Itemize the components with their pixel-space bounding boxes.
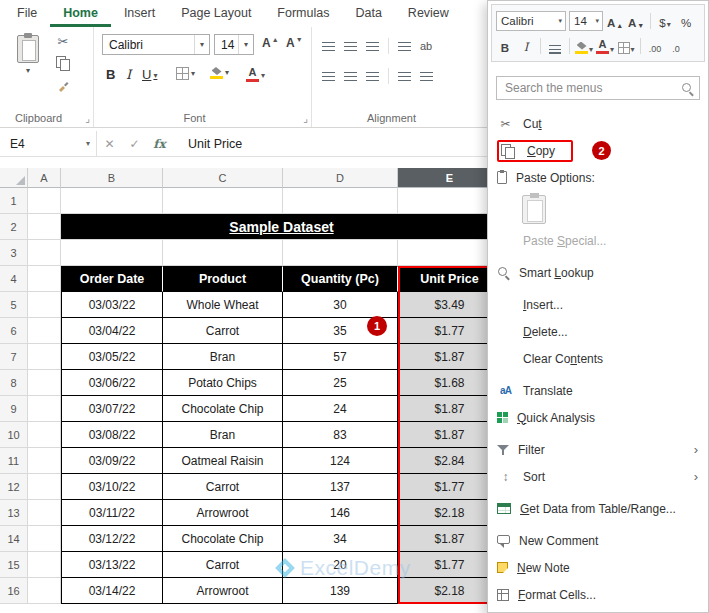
row-header-6[interactable]: 6 <box>0 318 28 344</box>
menu-item-new-note[interactable]: New Note <box>488 554 708 581</box>
search-input[interactable] <box>496 76 700 100</box>
cell-B16[interactable]: 03/14/22 <box>61 578 163 604</box>
formula-bar-value[interactable]: Unit Price <box>188 137 242 151</box>
cell-D11[interactable]: 124 <box>283 448 398 474</box>
row-header-11[interactable]: 11 <box>0 448 28 474</box>
mini-grow-font-button[interactable]: A▲ <box>606 11 624 31</box>
cell-B15[interactable]: 03/13/22 <box>61 552 163 578</box>
cell-C12[interactable]: Carrot <box>163 474 283 500</box>
cell-D12[interactable]: 137 <box>283 474 398 500</box>
cell-B10[interactable]: 03/08/22 <box>61 422 163 448</box>
menu-item-copy[interactable]: Copy2 <box>488 137 708 164</box>
format-painter-icon[interactable] <box>57 78 70 96</box>
copy-icon[interactable] <box>56 56 70 70</box>
column-header-A[interactable]: A <box>28 168 61 188</box>
menu-item-format-cells[interactable]: Format Cells... <box>488 581 708 608</box>
cell-A12[interactable] <box>28 474 61 500</box>
dialog-launcher-icon[interactable]: ⌟ <box>303 113 308 124</box>
borders-button[interactable]: ▾ <box>176 67 195 80</box>
cell-A9[interactable] <box>28 396 61 422</box>
tab-review[interactable]: Review <box>395 0 462 27</box>
cell-A15[interactable] <box>28 552 61 578</box>
paste-option-button[interactable] <box>488 191 708 227</box>
cell-C11[interactable]: Oatmeal Raisin <box>163 448 283 474</box>
align-top-icon[interactable] <box>322 42 335 51</box>
row-header-13[interactable]: 13 <box>0 500 28 526</box>
menu-item-smart-lookup[interactable]: Smart Lookup <box>488 259 708 286</box>
mini-percent-button[interactable]: % <box>677 11 695 31</box>
cell-B6[interactable]: 03/04/22 <box>61 318 163 344</box>
cell-A8[interactable] <box>28 370 61 396</box>
row-header-5[interactable]: 5 <box>0 292 28 318</box>
column-header-C[interactable]: C <box>163 168 283 188</box>
cell-B12[interactable]: 03/10/22 <box>61 474 163 500</box>
cell-A14[interactable] <box>28 526 61 552</box>
align-middle-icon[interactable] <box>344 42 357 51</box>
menu-item-new-comment[interactable]: New Comment <box>488 527 708 554</box>
tab-formulas[interactable]: Formulas <box>264 0 342 27</box>
name-box[interactable]: E4 ▾ <box>0 131 97 156</box>
cell-A11[interactable] <box>28 448 61 474</box>
cell-A10[interactable] <box>28 422 61 448</box>
cell-C7[interactable]: Bran <box>163 344 283 370</box>
cell-A2[interactable] <box>28 214 61 240</box>
cell-D10[interactable]: 83 <box>283 422 398 448</box>
mini-font-color-button[interactable]: A▾ <box>596 36 614 56</box>
dataset-banner[interactable]: Sample Dataset <box>61 214 502 240</box>
row-header-7[interactable]: 7 <box>0 344 28 370</box>
cell-D9[interactable]: 24 <box>283 396 398 422</box>
italic-button[interactable]: I <box>126 67 131 82</box>
menu-item-quick-analysis[interactable]: Quick Analysis <box>488 404 708 431</box>
menu-item-clear-contents[interactable]: Clear Contents <box>488 345 708 372</box>
mini-bold-button[interactable]: B <box>496 36 514 56</box>
orientation-icon[interactable] <box>398 42 411 51</box>
cell-B14[interactable]: 03/12/22 <box>61 526 163 552</box>
insert-function-button[interactable]: fx <box>147 137 172 151</box>
table-header-quantity-pc[interactable]: Quantity (Pc) <box>283 266 398 292</box>
cell-A3[interactable] <box>28 240 61 266</box>
row-header-12[interactable]: 12 <box>0 474 28 500</box>
cell-B3[interactable] <box>61 240 163 266</box>
cell-A1[interactable] <box>28 188 61 214</box>
mini-font-size-combo[interactable]: 14 ▾ <box>569 11 603 31</box>
cell-C1[interactable] <box>163 188 283 214</box>
tab-data[interactable]: Data <box>342 0 394 27</box>
menu-item-delete[interactable]: Delete... <box>488 318 708 345</box>
cell-D3[interactable] <box>283 240 398 266</box>
cell-D13[interactable]: 146 <box>283 500 398 526</box>
cell-D7[interactable]: 57 <box>283 344 398 370</box>
cell-D14[interactable]: 34 <box>283 526 398 552</box>
wrap-text-button[interactable]: ab <box>420 40 432 52</box>
cell-C6[interactable]: Carrot <box>163 318 283 344</box>
row-header-9[interactable]: 9 <box>0 396 28 422</box>
cell-B9[interactable]: 03/07/22 <box>61 396 163 422</box>
cell-B5[interactable]: 03/03/22 <box>61 292 163 318</box>
row-header-8[interactable]: 8 <box>0 370 28 396</box>
cell-C3[interactable] <box>163 240 283 266</box>
mini-fill-color-button[interactable]: ▾ <box>575 36 593 56</box>
mini-currency-button[interactable]: $▾ <box>656 11 674 31</box>
increase-indent-icon[interactable] <box>420 72 433 81</box>
font-color-button[interactable]: A▾ <box>246 67 265 82</box>
cell-B11[interactable]: 03/09/22 <box>61 448 163 474</box>
row-header-14[interactable]: 14 <box>0 526 28 552</box>
decrease-decimal-button[interactable]: .0 <box>667 36 685 56</box>
underline-button[interactable]: U▾ <box>142 67 157 82</box>
cell-A7[interactable] <box>28 344 61 370</box>
cell-A5[interactable] <box>28 292 61 318</box>
cell-D5[interactable]: 30 <box>283 292 398 318</box>
font-name-combo[interactable]: Calibri ▾ <box>102 34 210 55</box>
cell-B13[interactable]: 03/11/22 <box>61 500 163 526</box>
tab-page-layout[interactable]: Page Layout <box>168 0 264 27</box>
fill-color-button[interactable]: ▾ <box>210 67 229 79</box>
cell-B1[interactable] <box>61 188 163 214</box>
cell-A4[interactable] <box>28 266 61 292</box>
tab-home[interactable]: Home <box>50 0 111 27</box>
mini-shrink-font-button[interactable]: A▼ <box>627 11 645 31</box>
grow-font-button[interactable]: A▲ <box>262 36 279 50</box>
column-header-B[interactable]: B <box>61 168 163 188</box>
cell-D8[interactable]: 25 <box>283 370 398 396</box>
cell-A6[interactable] <box>28 318 61 344</box>
table-header-order-date[interactable]: Order Date <box>61 266 163 292</box>
cancel-button[interactable]: ✕ <box>97 137 122 151</box>
